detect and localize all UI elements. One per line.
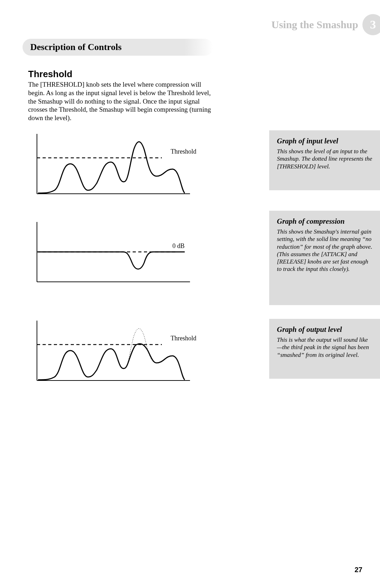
subsection-heading: Threshold [28,69,72,80]
sidebar-input-title: Graph of input level [277,137,372,146]
sidebar-compression: Graph of compression This shows the Smas… [269,211,380,305]
graph-output-level: Threshold [35,317,197,385]
chapter-title: Using the Smashup [271,19,358,31]
graph-input-label: Threshold [171,148,196,155]
graph-input-svg [35,130,197,197]
chapter-header: Using the Smashup 3 [271,14,380,35]
page-number: 27 [355,566,362,574]
graph-compression-svg [35,218,197,285]
graph-output-label: Threshold [171,335,196,342]
sidebar-compression-title: Graph of compression [277,217,372,226]
section-heading: Description of Controls [23,39,213,56]
sidebar-input: Graph of input level This shows the leve… [269,130,380,190]
sidebar-input-body: This shows the level of an input to the … [277,148,372,170]
sidebar-output-title: Graph of output level [277,325,372,334]
chapter-number-badge: 3 [362,14,380,35]
sidebar-output: Graph of output level This is what the o… [269,319,380,379]
graph-compression: 0 dB [35,218,197,287]
body-paragraph: The [THRESHOLD] knob sets the level wher… [28,80,218,122]
graph-compression-label: 0 dB [172,242,185,250]
sidebar-output-body: This is what the output will sound like—… [277,336,372,359]
graph-output-svg [35,317,197,384]
graph-input-level: Threshold [35,130,197,199]
sidebar-compression-body: This shows the Smashup's internal gain s… [277,228,372,273]
